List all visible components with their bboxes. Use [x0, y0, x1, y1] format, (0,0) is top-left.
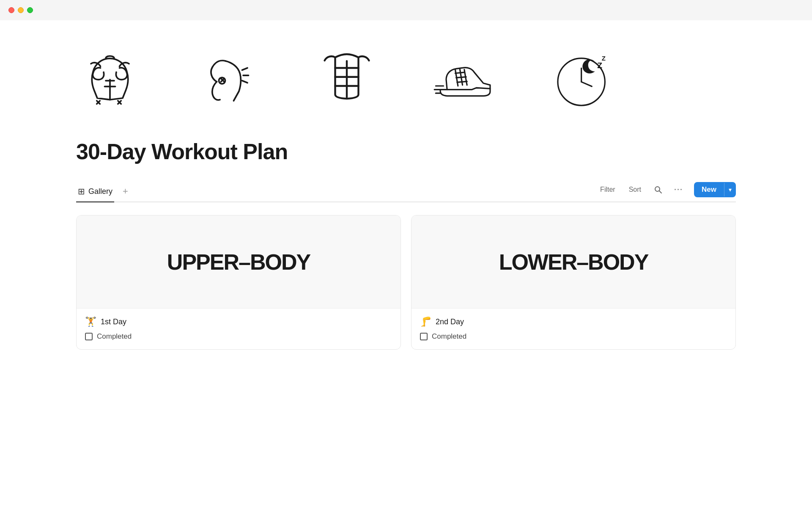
card-day-text-1: 1st Day [101, 318, 126, 326]
sort-button[interactable]: Sort [624, 183, 646, 196]
upper-body-muscle-icon [76, 46, 144, 113]
card-completed-label-2: Completed [432, 332, 466, 341]
dots-icon: ··· [674, 185, 683, 194]
tab-gallery-label: Gallery [88, 187, 112, 196]
card-body-upper-body: 🏋️ 1st Day Completed [77, 309, 401, 349]
day-icon-2: 🦵 [420, 316, 431, 327]
card-image-upper-body: UPPER–BODY [77, 215, 401, 309]
gallery-grid: UPPER–BODY 🏋️ 1st Day Completed LOWER–BO… [76, 215, 736, 350]
svg-line-29 [659, 191, 661, 193]
sleep-timer-icon: Z Z [550, 46, 617, 113]
card-day-row-2: 🦵 2nd Day [420, 316, 727, 327]
day-icon-1: 🏋️ [85, 316, 96, 327]
new-button[interactable]: New [694, 182, 724, 197]
svg-line-19 [457, 81, 467, 82]
card-day-text-2: 2nd Day [436, 318, 464, 326]
more-options-button[interactable]: ··· [670, 183, 687, 197]
svg-line-9 [242, 81, 248, 83]
card-image-text-lower-body: LOWER–BODY [499, 249, 648, 275]
traffic-minimize-button[interactable] [18, 7, 24, 13]
add-view-button[interactable]: + [119, 184, 132, 199]
new-button-group: New ▾ [694, 182, 736, 197]
card-image-text-upper-body: UPPER–BODY [167, 249, 310, 275]
card-completed-label-1: Completed [97, 332, 132, 341]
main-content: Z Z 30-Day Workout Plan ⊞ Gallery + Filt… [0, 20, 812, 375]
tab-gallery[interactable]: ⊞ Gallery [76, 181, 114, 202]
svg-text:Z: Z [597, 61, 602, 70]
gallery-card-lower-body[interactable]: LOWER–BODY 🦵 2nd Day Completed [411, 215, 736, 350]
card-image-lower-body: LOWER–BODY [411, 215, 735, 309]
filter-button[interactable]: Filter [595, 183, 620, 196]
icons-row: Z Z [76, 46, 736, 113]
card-completed-row-1: Completed [85, 332, 392, 341]
gallery-icon: ⊞ [78, 186, 85, 196]
card-body-lower-body: 🦵 2nd Day Completed [411, 309, 735, 349]
chevron-down-icon: ▾ [729, 186, 732, 193]
new-dropdown-button[interactable]: ▾ [724, 183, 736, 196]
gallery-card-upper-body[interactable]: UPPER–BODY 🏋️ 1st Day Completed [76, 215, 401, 350]
completed-checkbox-2[interactable] [420, 333, 428, 340]
svg-text:Z: Z [602, 55, 606, 62]
svg-line-7 [242, 68, 248, 70]
page-title: 30-Day Workout Plan [76, 139, 736, 164]
svg-line-17 [455, 72, 464, 73]
running-shoe-icon [431, 46, 499, 113]
shoulder-arm-icon [195, 46, 262, 113]
card-completed-row-2: Completed [420, 332, 727, 341]
svg-line-25 [582, 82, 592, 86]
traffic-close-button[interactable] [8, 7, 14, 13]
abs-core-icon [313, 46, 381, 113]
traffic-maximize-button[interactable] [27, 7, 33, 13]
search-button[interactable] [650, 183, 667, 196]
card-day-row-1: 🏋️ 1st Day [85, 316, 392, 327]
toolbar: ⊞ Gallery + Filter Sort ··· New [76, 181, 736, 202]
svg-line-18 [456, 77, 466, 78]
completed-checkbox-1[interactable] [85, 333, 93, 340]
titlebar [0, 0, 812, 20]
toolbar-actions: Filter Sort ··· New ▾ [595, 182, 736, 201]
